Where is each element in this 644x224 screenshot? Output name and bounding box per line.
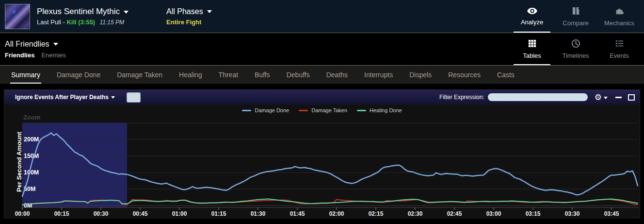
compare-icon (571, 6, 580, 17)
boss-title: Plexus Sentinel Mythic (37, 7, 120, 16)
legend-label: Damage Done (255, 107, 289, 113)
chart-legend: Damage DoneDamage TakenHealing Done (4, 107, 640, 113)
x-tick-label: 00:45 (133, 210, 148, 217)
friendlies-selector-label: All Friendlies (5, 40, 49, 48)
puzzle-icon (615, 6, 624, 17)
nav-events[interactable]: Events (597, 33, 641, 65)
subtab-enemies[interactable]: Enemies (41, 52, 66, 59)
x-tick-label: 03:00 (486, 210, 501, 217)
nav-label: Events (610, 52, 629, 59)
last-pull-status: Last Pull - Kill (3:55) 11:15 PM (37, 18, 129, 26)
nav-label: Mechanics (604, 19, 634, 27)
tab-interrupts[interactable]: Interrupts (356, 66, 401, 84)
per-second-chart[interactable]: 00:0000:1500:3000:4501:0001:1501:3001:45… (4, 104, 640, 218)
chevron-down-icon (604, 97, 608, 99)
boss-portrait-icon[interactable] (5, 4, 30, 29)
graph-panel-header: Ignore Events After Player Deaths Filter… (4, 90, 640, 104)
filter-expression-input[interactable] (488, 93, 588, 101)
list-icon (615, 39, 624, 50)
nav-label: Analyze (521, 18, 543, 26)
maximize-icon[interactable] (628, 94, 635, 101)
phase-subtitle: Entire Fight (166, 18, 212, 26)
last-pull-label: Last Pull - (37, 18, 65, 26)
nav-mechanics[interactable]: Mechanics (597, 0, 641, 33)
ignore-deaths-dropdown[interactable]: Ignore Events After Player Deaths (15, 94, 115, 101)
legend-damage-done[interactable]: Damage Done (242, 107, 289, 113)
chevron-down-icon (207, 10, 212, 13)
tab-buffs[interactable]: Buffs (246, 66, 278, 84)
boss-selector[interactable]: Plexus Sentinel Mythic (37, 7, 129, 17)
summary-graph-panel: Ignore Events After Player Deaths Filter… (4, 89, 640, 218)
chevron-down-icon (111, 96, 115, 99)
eye-icon (527, 7, 538, 16)
x-tick-label: 00:15 (54, 210, 69, 217)
tab-casts[interactable]: Casts (489, 66, 523, 84)
tab-threat[interactable]: Threat (210, 66, 246, 84)
analysis-mode-nav: Analyze Compare Mechanics (510, 0, 641, 33)
x-tick-label: 01:45 (290, 210, 305, 217)
x-tick-label: 02:30 (408, 210, 423, 217)
nav-label: Timelines (562, 52, 589, 59)
x-tick-label: 00:30 (94, 210, 109, 217)
nav-label: Tables (523, 52, 541, 59)
x-tick-label: 02:45 (447, 210, 462, 217)
y-tick-label: 200M (24, 136, 39, 143)
phase-title: All Phases (166, 7, 203, 16)
legend-swatch (357, 110, 366, 111)
tab-healing[interactable]: Healing (171, 66, 210, 84)
nav-analyze[interactable]: Analyze (510, 0, 554, 33)
pull-time: 11:15 PM (100, 19, 124, 26)
legend-label: Healing Done (370, 107, 402, 113)
view-mode-nav: Tables Timelines Events (510, 33, 641, 65)
x-tick-label: 02:15 (369, 210, 384, 217)
kill-result: Kill (3:55) (66, 18, 95, 26)
x-tick-label: 03:15 (526, 210, 541, 217)
nav-compare[interactable]: Compare (554, 0, 597, 33)
legend-swatch (242, 110, 251, 111)
tab-debuffs[interactable]: Debuffs (278, 66, 318, 84)
tab-damage-taken[interactable]: Damage Taken (109, 66, 171, 84)
tab-resources[interactable]: Resources (440, 66, 489, 84)
chevron-down-icon (124, 11, 129, 14)
subtab-friendlies[interactable]: Friendlies (5, 52, 34, 59)
y-tick-label: 0M (24, 202, 32, 209)
legend-label: Damage Taken (311, 107, 347, 113)
legend-swatch (299, 110, 308, 111)
x-tick-label: 03:45 (604, 210, 619, 217)
x-tick-label: 01:00 (172, 210, 187, 217)
top-bar: Plexus Sentinel Mythic Last Pull - Kill … (0, 0, 644, 33)
gear-icon[interactable]: ⚙ (595, 93, 608, 102)
graph-options-button[interactable] (127, 92, 141, 103)
clock-icon (571, 39, 580, 50)
chevron-down-icon (53, 43, 58, 46)
legend-healing-done[interactable]: Healing Done (357, 107, 402, 113)
nav-timelines[interactable]: Timelines (554, 33, 597, 65)
filter-expression-label: Filter Expression: (439, 94, 484, 101)
grid-icon (528, 39, 537, 50)
x-tick-label: 02:00 (329, 210, 344, 217)
y-axis-title: Per Second Amount (16, 121, 22, 203)
friendlies-selector[interactable]: All Friendlies (5, 40, 66, 49)
view-bar: All Friendlies Friendlies Enemies Tables… (0, 33, 644, 66)
minimize-icon[interactable] (615, 97, 622, 98)
nav-tables[interactable]: Tables (510, 33, 554, 65)
graph-area: Damage DoneDamage TakenHealing Done Zoom… (4, 104, 640, 218)
tab-summary[interactable]: Summary (3, 66, 48, 84)
legend-damage-taken[interactable]: Damage Taken (299, 107, 347, 113)
tab-dispels[interactable]: Dispels (401, 66, 440, 84)
ignore-deaths-label: Ignore Events After Player Deaths (15, 94, 109, 101)
tab-deaths[interactable]: Deaths (318, 66, 356, 84)
phase-selector[interactable]: All Phases (166, 7, 212, 16)
zoom-label: Zoom (23, 114, 40, 121)
tab-damage-done[interactable]: Damage Done (48, 66, 109, 84)
y-tick-label: 150M (24, 153, 39, 159)
report-tab-strip: SummaryDamage DoneDamage TakenHealingThr… (0, 66, 644, 84)
nav-label: Compare (563, 19, 588, 27)
x-tick-label: 00:00 (15, 210, 30, 217)
y-tick-label: 100M (24, 169, 39, 176)
x-tick-label: 01:15 (211, 210, 226, 217)
x-tick-label: 03:30 (565, 210, 580, 217)
x-tick-label: 01:30 (251, 210, 266, 217)
